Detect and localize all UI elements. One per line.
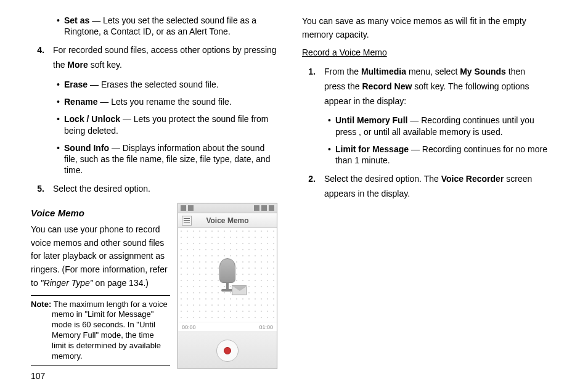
right-step-2: 2. Select the desired option. The Voice … [302, 172, 549, 202]
r-step2-num: 2. [302, 172, 324, 202]
signal-icon [181, 205, 186, 211]
envelope-icon [232, 285, 247, 295]
phone-menu-button[interactable] [182, 216, 192, 226]
voice-memo-para: You can use your phone to record voice m… [31, 223, 170, 290]
label-lock: Lock / Unlock [64, 114, 120, 124]
page-number: 107 [31, 371, 45, 381]
r1-t1: From the [324, 67, 361, 76]
step-5-text: Select the desired option. [53, 182, 277, 197]
step-4-num: 4. [31, 43, 53, 73]
bullet-rename: • Rename — Lets you rename the sound fil… [31, 96, 277, 107]
voice-memo-section: Voice Memo You can use your phone to rec… [31, 203, 277, 369]
bullet-lock: • Lock / Unlock — Lets you protect the s… [31, 113, 277, 136]
step-4: 4. For recorded sound files, access othe… [31, 43, 277, 73]
r2-b1: Voice Recorder [441, 174, 504, 184]
r1-b3: Record New [362, 81, 412, 91]
note-block: Note: The maximum length for a voice mem… [31, 295, 170, 366]
microphone-icon [219, 258, 235, 292]
bullet-dot: • [57, 113, 64, 136]
record-button[interactable] [216, 340, 239, 362]
phone-screenshot: Voice Memo 00:00 01:00 [178, 203, 277, 369]
label-soundinfo: Sound Info [64, 143, 109, 153]
phone-button-area [178, 332, 277, 369]
bullet-dot: • [328, 115, 335, 137]
record-subhead: Record a Voice Memo [302, 46, 549, 60]
bullet-dot: • [57, 142, 64, 176]
step-5: 5. Select the desired option. [31, 182, 277, 197]
bullet-dot: • [57, 79, 64, 90]
note-first-line: The maximum length for a voice [54, 300, 168, 309]
r2-t1: Select the desired option. The [324, 174, 441, 184]
right-column: You can save as many voice memos as will… [302, 15, 549, 369]
bullet-set-as: • Set as — Lets you set the selected sou… [31, 15, 277, 37]
time-elapsed: 00:00 [182, 324, 196, 330]
desc-rename: — Lets you rename the sound file. [97, 97, 231, 107]
bullet-erase: • Erase — Erases the selected sound file… [31, 79, 277, 90]
label-limit-msg: Limit for Message [335, 144, 409, 154]
phone-body: 00:00 01:00 [178, 228, 277, 369]
sound-icon [261, 205, 267, 211]
step-4-t2: soft key. [88, 60, 122, 70]
r1-b1: Multimedia [361, 67, 406, 76]
record-icon [224, 347, 231, 354]
label-rename: Rename [64, 97, 97, 107]
desc-erase: — Erases the selected sound file. [88, 80, 218, 89]
time-total: 01:00 [259, 324, 273, 330]
phone-time-strip: 00:00 01:00 [178, 322, 277, 332]
bullet-dot: • [328, 144, 335, 166]
r1-b2: My Sounds [460, 67, 506, 76]
bullet-dot: • [57, 15, 64, 37]
phone-title-bar: Voice Memo [178, 213, 277, 228]
network-icon [188, 205, 194, 211]
bullet-soundinfo: • Sound Info — Displays information abou… [31, 142, 277, 176]
phone-status-bar [178, 203, 277, 213]
label-erase: Erase [64, 80, 88, 89]
phone-title: Voice Memo [195, 216, 259, 225]
label-set-as: Set as [64, 15, 89, 25]
desc-set-as: — Lets you set the selected sound file a… [64, 15, 256, 36]
right-intro: You can save as many voice memos as will… [302, 15, 549, 41]
page-content: • Set as — Lets you set the selected sou… [0, 0, 588, 375]
bullet-until-full: • Until Memory Full — Recording continue… [302, 115, 549, 137]
phone-record-area [178, 228, 277, 322]
bullet-dot: • [57, 96, 64, 107]
vm-ref: "Ringer Type" [41, 278, 93, 288]
battery-icon [269, 205, 274, 211]
voice-memo-title: Voice Memo [31, 208, 170, 218]
note-label: Note: [31, 300, 54, 309]
vm-p2: on page 134.) [93, 278, 149, 288]
label-until-full: Until Memory Full [335, 115, 407, 125]
right-step-1: 1. From the Multimedia menu, select My S… [302, 65, 549, 108]
r-step1-num: 1. [302, 65, 324, 108]
note-body: memo in "Limit for Message" mode is 60 s… [31, 309, 170, 361]
bullet-limit-msg: • Limit for Message — Recording continue… [302, 144, 549, 166]
step-4-bold: More [67, 60, 88, 70]
left-column: • Set as — Lets you set the selected sou… [31, 15, 277, 369]
r1-t2: menu, select [406, 67, 460, 76]
bluetooth-icon [254, 205, 259, 211]
step-5-num: 5. [31, 182, 53, 197]
